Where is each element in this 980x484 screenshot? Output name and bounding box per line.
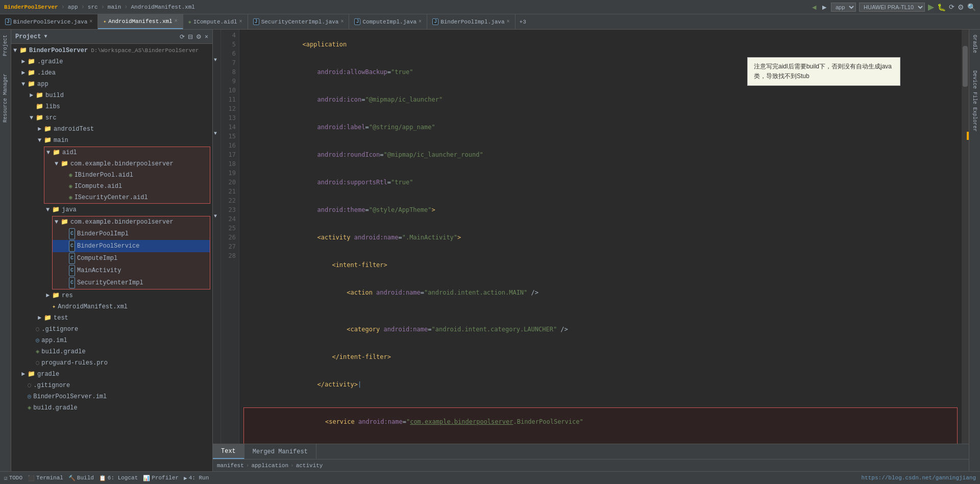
logcat-label: 6: Logcat [108, 475, 138, 481]
tree-androidmanifest[interactable]: ✦ AndroidManifest.xml [11, 301, 212, 312]
tree-gradle-root[interactable]: ► 📁 gradle [11, 369, 212, 380]
tree-label: app [37, 79, 48, 89]
right-sidebar-strip: Gradle Device File Explorer [969, 30, 980, 471]
tree-ibinderpool[interactable]: ◉ IBinderPool.aidl [44, 170, 210, 181]
folder-icon: 📁 [52, 205, 60, 215]
tab-icompute[interactable]: ◈ ICompute.aidl × [183, 14, 248, 29]
breadcrumb-sep2: › [290, 463, 294, 469]
tree-label: androidTest [54, 124, 94, 134]
tree-libs[interactable]: 📁 libs [11, 101, 212, 112]
tab-close[interactable]: × [419, 19, 422, 25]
tree-aidl[interactable]: ▼ 📁 aidl [44, 147, 210, 158]
tree-label: proguard-rules.pro [41, 358, 108, 368]
folder-icon: 📁 [52, 291, 60, 301]
gradle-panel-toggle[interactable]: Gradle [971, 32, 978, 56]
tree-mainactivity[interactable]: C MainActivity [53, 264, 210, 277]
panel-close-btn[interactable]: × [205, 33, 208, 40]
tree-securitycenterimpl[interactable]: C SecurityCenterImpl [53, 277, 210, 289]
tree-isecuritycenter[interactable]: ◉ ISecurityCenter.aidl [44, 192, 210, 203]
tab-computeimpl[interactable]: J ComputeImpl.java × [349, 14, 427, 29]
tree-app[interactable]: ▼ 📁 app [11, 79, 212, 90]
tab-securitycenterimpl[interactable]: J SecurityCenterImpl.java × [248, 14, 350, 29]
build-btn[interactable]: 🔨 Build [68, 475, 94, 481]
profiler-icon: 📊 [143, 475, 150, 481]
project-panel-toggle[interactable]: Project [2, 32, 9, 59]
git-icon: ◌ [36, 324, 39, 334]
tree-rootimpl[interactable]: ◎ BinderPoolServer.iml [11, 391, 212, 402]
tab-androidmanifest[interactable]: ✦ AndroidManifest.xml × [98, 14, 183, 29]
tree-aidl-pkg[interactable]: ▼ 📁 com.example.binderpoolserver [44, 158, 210, 170]
tree-idea[interactable]: ► 📁 .idea [11, 67, 212, 79]
settings-btn[interactable]: ⚙ [958, 3, 964, 11]
tree-src[interactable]: ▼ 📁 src [11, 112, 212, 124]
logcat-btn[interactable]: 📋 6: Logcat [99, 475, 138, 481]
java-icon: C [69, 240, 75, 252]
collapse-all-btn[interactable]: ⊟ [188, 33, 193, 40]
tree-label: BinderPoolServer [29, 45, 88, 56]
debug-btn[interactable]: 🐛 [937, 3, 946, 11]
tree-java-pkg[interactable]: ▼ 📁 com.example.binderpoolserver [53, 216, 210, 228]
tree-label: ComputeImpl [77, 253, 117, 263]
tree-gitignore-app[interactable]: ◌ .gitignore [11, 324, 212, 335]
device-file-explorer-toggle[interactable]: Device File Explorer [971, 67, 978, 135]
tree-icompute[interactable]: ◉ ICompute.aidl [44, 181, 210, 192]
panel-settings-btn[interactable]: ⚙ [196, 33, 202, 40]
project-panel: Project ▼ ⟳ ⊟ ⚙ × ▼ 📁 BinderPoolServer D… [11, 30, 213, 471]
toolbar-back-btn[interactable]: ◄ [811, 3, 818, 11]
code-content[interactable]: 注意写完aidl后需要build下，否则没有自动生成java类，导致找不到Stu… [239, 30, 962, 444]
run-btn[interactable]: ▶ [928, 2, 934, 12]
tab-close[interactable]: × [507, 19, 510, 25]
tab-more[interactable]: +3 [516, 14, 530, 29]
terminal-icon: ⬛ [28, 475, 35, 481]
code-line-10: android:theme="@style/AppTheme"> [243, 196, 958, 224]
tree-appiml[interactable]: ◎ app.iml [11, 335, 212, 346]
tree-binderpoolservice[interactable]: C BinderPoolService [53, 240, 210, 252]
run-bottom-btn[interactable]: ▶ 4: Run [184, 475, 209, 481]
tab-text[interactable]: Text [213, 444, 244, 459]
tab-bar: J BinderPoolService.java × ✦ AndroidMani… [0, 14, 980, 30]
tree-computeimpl[interactable]: C ComputeImpl [53, 252, 210, 264]
tree-gitignore-root[interactable]: ◌ .gitignore [11, 380, 212, 391]
tab-close[interactable]: × [340, 19, 344, 25]
terminal-btn[interactable]: ⬛ Terminal [28, 475, 63, 481]
tree-binderpoolimpl[interactable]: C BinderPoolImpl [53, 228, 210, 240]
breadcrumb-activity[interactable]: activity [296, 463, 323, 469]
tree-res[interactable]: ► 📁 res [11, 290, 212, 301]
tab-close[interactable]: × [239, 19, 242, 25]
resource-manager-toggle[interactable]: Resource Manager [2, 70, 9, 126]
tree-java[interactable]: ▼ 📁 java [11, 204, 212, 215]
tab-merged-manifest[interactable]: Merged Manifest [244, 444, 316, 459]
editor-scrollbar[interactable] [962, 30, 969, 444]
sync-btn[interactable]: ⟳ [949, 3, 954, 11]
tree-buildgradle-app[interactable]: ◈ build.gradle [11, 346, 212, 357]
tab-close[interactable]: × [175, 18, 178, 24]
profiler-btn[interactable]: 📊 Profiler [143, 475, 179, 481]
toolbar-forward-btn[interactable]: ► [821, 3, 828, 11]
folder-icon: 📁 [61, 217, 68, 227]
java-group: ▼ 📁 com.example.binderpoolserver C Binde… [52, 216, 210, 289]
breadcrumb-manifest[interactable]: manifest [217, 463, 244, 469]
panel-dropdown-icon[interactable]: ▼ [44, 34, 47, 39]
tree-build[interactable]: ► 📁 build [11, 90, 212, 101]
tree-proguard[interactable]: ◌ proguard-rules.pro [11, 357, 212, 369]
tree-main[interactable]: ▼ 📁 main [11, 135, 212, 146]
tab-close[interactable]: × [89, 19, 92, 25]
java-icon2: J [253, 18, 259, 25]
scroll-thumb[interactable] [963, 46, 968, 87]
aidl-icon: ◉ [69, 170, 72, 180]
todo-btn[interactable]: ☑ TODO [4, 475, 22, 481]
tree-buildgradle-root[interactable]: ◈ build.gradle [11, 402, 212, 414]
device-select[interactable]: HUAWEI PRA-TL10 [859, 3, 925, 12]
search-btn[interactable]: 🔍 [967, 3, 976, 11]
breadcrumb-application[interactable]: application [251, 463, 288, 469]
tree-root[interactable]: ▼ 📁 BinderPoolServer D:\Workspace_AS\Bin… [11, 45, 212, 56]
tab-binderpoolservice[interactable]: J BinderPoolService.java × [0, 14, 98, 29]
tree-label: IBinderPool.aidl [75, 170, 133, 180]
tree-androidtest[interactable]: ► 📁 androidTest [11, 124, 212, 135]
tree-gradle-hidden[interactable]: ► 📁 .gradle [11, 56, 212, 67]
sync-project-btn[interactable]: ⟳ [180, 33, 185, 40]
tree-test[interactable]: ► 📁 test [11, 312, 212, 324]
tree-label: build.gradle [33, 403, 77, 413]
run-config-select[interactable]: app [831, 3, 856, 12]
tab-binderpoolimpl[interactable]: J BinderPoolImpl.java × [427, 14, 515, 29]
